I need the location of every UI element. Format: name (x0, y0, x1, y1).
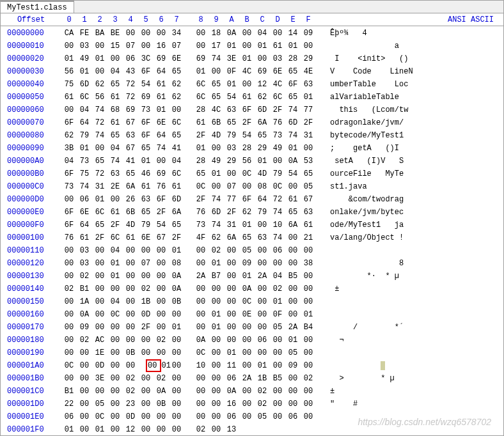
hex-byte[interactable]: 6E (77, 206, 92, 219)
hex-byte[interactable]: 01 (209, 257, 224, 270)
hex-byte[interactable]: 01 (255, 359, 270, 372)
hex-byte[interactable]: 02 (193, 423, 209, 436)
hex-byte[interactable]: 00 (285, 385, 301, 398)
hex-byte[interactable]: 67 (301, 193, 316, 206)
hex-byte[interactable]: 00 (92, 283, 107, 295)
hex-byte[interactable]: 0A (169, 270, 184, 283)
hex-byte[interactable]: 00 (61, 193, 77, 206)
hex-byte[interactable]: 62 (61, 129, 77, 142)
hex-byte[interactable]: 2A (285, 321, 301, 334)
hex-byte[interactable]: 2E (107, 180, 123, 193)
hex-byte[interactable]: 61 (285, 193, 301, 206)
hex-byte[interactable]: 00 (169, 346, 184, 359)
hex-byte[interactable]: 49 (77, 52, 92, 65)
hex-byte[interactable]: 05 (301, 180, 316, 193)
hex-byte[interactable]: 00 (239, 359, 255, 372)
hex-byte[interactable]: 62 (239, 206, 255, 219)
hex-byte[interactable]: 64 (154, 129, 169, 142)
hex-byte[interactable]: 03 (77, 40, 92, 52)
hex-byte[interactable]: 6F (61, 167, 77, 180)
hex-byte[interactable]: 01 (270, 295, 285, 308)
hex-byte[interactable]: B5 (285, 270, 301, 283)
hex-byte[interactable]: 65 (255, 129, 270, 142)
hex-byte[interactable]: 00 (285, 231, 301, 244)
hex-byte[interactable]: 0C (193, 346, 209, 359)
hex-byte[interactable]: 06 (270, 244, 285, 257)
hex-byte[interactable]: 00 (239, 346, 255, 359)
hex-byte[interactable]: 06 (285, 410, 301, 423)
hex-byte[interactable]: 72 (270, 193, 285, 206)
hex-byte[interactable]: 65 (285, 65, 301, 78)
hex-byte[interactable]: 01 (193, 142, 209, 155)
hex-byte[interactable]: 4F (193, 231, 209, 244)
hex-byte[interactable]: 69 (154, 167, 169, 180)
hex-byte[interactable]: 00 (154, 295, 169, 308)
hex-byte[interactable]: 05 (92, 398, 107, 410)
hex-byte[interactable]: 00 (193, 385, 209, 398)
hex-byte[interactable]: 00 (123, 257, 138, 270)
hex-byte[interactable]: 00 (193, 27, 209, 40)
hex-byte[interactable]: 00 (61, 244, 77, 257)
hex-byte[interactable]: 38 (301, 257, 316, 270)
hex-byte[interactable]: 00 (138, 40, 154, 52)
hex-byte[interactable]: 00 (209, 180, 224, 193)
hex-byte[interactable]: 0B (154, 398, 169, 410)
hex-byte[interactable]: 72 (123, 91, 138, 104)
hex-byte[interactable]: 00 (255, 52, 270, 65)
hex-byte[interactable]: 01 (301, 308, 316, 321)
hex-byte[interactable]: 61 (123, 231, 138, 244)
hex-byte[interactable]: 17 (209, 40, 224, 52)
hex-byte[interactable]: 00 (209, 65, 224, 78)
hex-byte[interactable]: 76 (61, 231, 77, 244)
hex-byte[interactable]: 65 (169, 219, 184, 231)
hex-byte[interactable]: 12 (255, 78, 270, 91)
hex-byte[interactable]: 00 (209, 410, 224, 423)
hex-byte[interactable]: 64 (154, 65, 169, 78)
hex-byte[interactable]: 62 (169, 78, 184, 91)
hex-byte[interactable]: 00 (61, 308, 77, 321)
hex-byte[interactable]: 06 (255, 334, 270, 346)
hex-byte[interactable]: 4C (209, 104, 224, 116)
hex-byte[interactable]: BE (107, 27, 123, 40)
hex-byte[interactable]: 07 (224, 180, 239, 193)
hex-byte[interactable]: 18 (209, 27, 224, 40)
hex-byte[interactable]: 0C (193, 180, 209, 193)
hex-byte[interactable]: 74 (77, 180, 92, 193)
hex-byte[interactable]: 00 (255, 219, 270, 231)
hex-byte[interactable]: 00 (193, 321, 209, 334)
hex-byte[interactable]: 00 (92, 385, 107, 398)
hex-byte[interactable]: 79 (270, 167, 285, 180)
hex-byte[interactable]: 00 (107, 398, 123, 410)
hex-byte[interactable]: 73 (61, 180, 77, 193)
hex-byte[interactable]: 04 (255, 27, 270, 40)
hex-byte[interactable]: 00 (61, 346, 77, 359)
hex-byte[interactable]: 56 (239, 155, 255, 167)
hex-byte[interactable]: 00 (209, 346, 224, 359)
hex-byte[interactable]: CA (61, 27, 77, 40)
hex-byte[interactable]: 6B (209, 116, 224, 129)
hex-byte[interactable]: 00 (123, 321, 138, 334)
hex-byte[interactable]: 65 (107, 129, 123, 142)
hex-byte[interactable]: 00 (154, 257, 169, 270)
hex-byte[interactable]: 4D (255, 167, 270, 180)
hex-byte[interactable]: 00 (61, 257, 77, 270)
hex-byte[interactable]: 00 (138, 27, 154, 40)
hex-byte[interactable]: 00 (107, 321, 123, 334)
hex-byte[interactable]: 54 (239, 129, 255, 142)
hex-byte[interactable]: 00 (224, 334, 239, 346)
hex-byte[interactable]: 2A (193, 270, 209, 283)
hex-byte[interactable]: 6D (285, 116, 301, 129)
hex-byte[interactable]: 09 (301, 27, 316, 40)
hex-byte[interactable]: 00 (92, 321, 107, 334)
hex-byte[interactable]: 54 (154, 219, 169, 231)
hex-byte[interactable]: 6A (255, 116, 270, 129)
hex-byte[interactable]: 72 (92, 116, 107, 129)
hex-byte[interactable]: 04 (77, 104, 92, 116)
hex-byte[interactable]: 77 (224, 193, 239, 206)
hex-byte[interactable]: 11 (224, 359, 239, 372)
hex-byte[interactable]: 02 (255, 398, 270, 410)
hex-byte[interactable]: 6C (107, 231, 123, 244)
hex-byte[interactable]: 00 (193, 257, 209, 270)
hex-byte[interactable]: 02 (77, 334, 92, 346)
hex-byte[interactable]: 69 (138, 91, 154, 104)
